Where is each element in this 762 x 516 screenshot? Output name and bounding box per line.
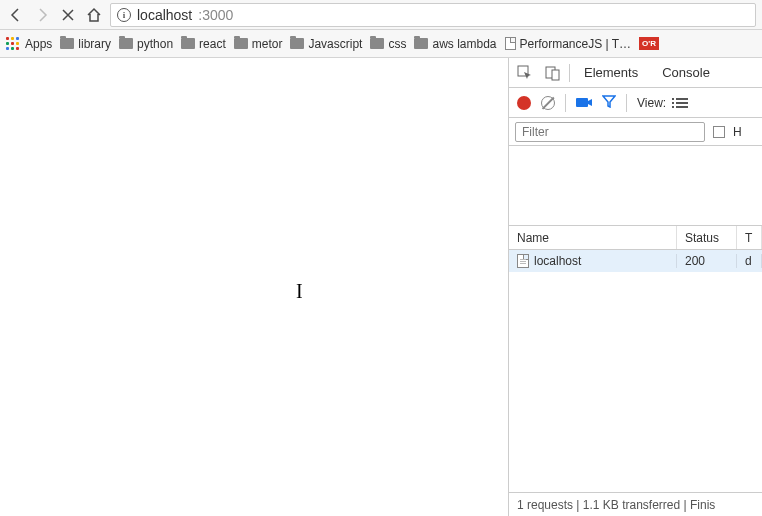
table-header: Name Status T	[509, 226, 762, 250]
filter-toggle-icon[interactable]	[602, 94, 616, 112]
home-button[interactable]	[84, 5, 104, 25]
site-info-icon[interactable]: i	[117, 8, 131, 22]
view-label: View:	[637, 96, 666, 110]
separator	[626, 94, 627, 112]
folder-icon	[60, 38, 74, 49]
bookmark-label: metor	[252, 37, 283, 51]
bookmark-label: react	[199, 37, 226, 51]
bookmark-javascript[interactable]: Javascript	[290, 37, 362, 51]
bookmark-library[interactable]: library	[60, 37, 111, 51]
devtools-panel: Elements Console View: H	[508, 58, 762, 516]
folder-icon	[234, 38, 248, 49]
folder-icon	[370, 38, 384, 49]
hide-data-urls-checkbox[interactable]	[713, 126, 725, 138]
bookmark-aws-lambda[interactable]: aws lambda	[414, 37, 496, 51]
bookmark-label: Javascript	[308, 37, 362, 51]
network-toolbar: View:	[509, 88, 762, 118]
bookmark-label: aws lambda	[432, 37, 496, 51]
back-button[interactable]	[6, 5, 26, 25]
text-cursor-icon: I	[296, 280, 303, 303]
svg-rect-3	[576, 98, 588, 107]
bookmark-react[interactable]: react	[181, 37, 226, 51]
folder-icon	[414, 38, 428, 49]
timeline-overview[interactable]	[509, 146, 762, 226]
bookmark-label: library	[78, 37, 111, 51]
folder-icon	[181, 38, 195, 49]
browser-toolbar: i localhost:3000	[0, 0, 762, 30]
filter-bar: H	[509, 118, 762, 146]
url-host: localhost	[137, 7, 192, 23]
svg-rect-2	[552, 70, 559, 80]
bookmark-metor[interactable]: metor	[234, 37, 283, 51]
hide-label: H	[733, 125, 742, 139]
bookmark-python[interactable]: python	[119, 37, 173, 51]
tab-console[interactable]: Console	[652, 58, 720, 88]
cell-name: localhost	[509, 254, 677, 268]
bookmark-label: css	[388, 37, 406, 51]
bookmark-performancejs[interactable]: PerformanceJS | T…	[505, 37, 632, 51]
oreilly-badge[interactable]: O'R	[639, 37, 659, 50]
folder-icon	[119, 38, 133, 49]
record-button[interactable]	[517, 96, 531, 110]
inspect-element-icon[interactable]	[513, 61, 537, 85]
cell-type: d	[737, 254, 762, 268]
page-icon	[505, 37, 516, 50]
forward-button[interactable]	[32, 5, 52, 25]
large-rows-icon[interactable]	[676, 98, 688, 108]
folder-icon	[290, 38, 304, 49]
apps-label: Apps	[25, 37, 52, 51]
column-status[interactable]: Status	[677, 226, 737, 249]
main-area: I Elements Console View	[0, 58, 762, 516]
document-icon	[517, 254, 529, 268]
tab-elements[interactable]: Elements	[574, 58, 648, 88]
page-content[interactable]: I	[0, 58, 508, 516]
network-table: Name Status T localhost 200 d	[509, 226, 762, 492]
separator	[565, 94, 566, 112]
bookmark-label: python	[137, 37, 173, 51]
url-port: :3000	[198, 7, 233, 23]
column-type[interactable]: T	[737, 226, 762, 249]
screenshot-icon[interactable]	[576, 94, 592, 112]
apps-button[interactable]: Apps	[6, 37, 52, 51]
bookmark-css[interactable]: css	[370, 37, 406, 51]
devtools-tabbar: Elements Console	[509, 58, 762, 88]
bookmark-label: PerformanceJS | T…	[520, 37, 632, 51]
column-name[interactable]: Name	[509, 226, 677, 249]
table-row[interactable]: localhost 200 d	[509, 250, 762, 272]
status-bar: 1 requests | 1.1 KB transferred | Finis	[509, 492, 762, 516]
bookmarks-bar: Apps library python react metor Javascri…	[0, 30, 762, 58]
filter-input[interactable]	[515, 122, 705, 142]
separator	[569, 64, 570, 82]
clear-button[interactable]	[541, 96, 555, 110]
stop-button[interactable]	[58, 5, 78, 25]
url-bar[interactable]: i localhost:3000	[110, 3, 756, 27]
device-toggle-icon[interactable]	[541, 61, 565, 85]
cell-status: 200	[677, 254, 737, 268]
apps-grid-icon	[6, 37, 20, 51]
